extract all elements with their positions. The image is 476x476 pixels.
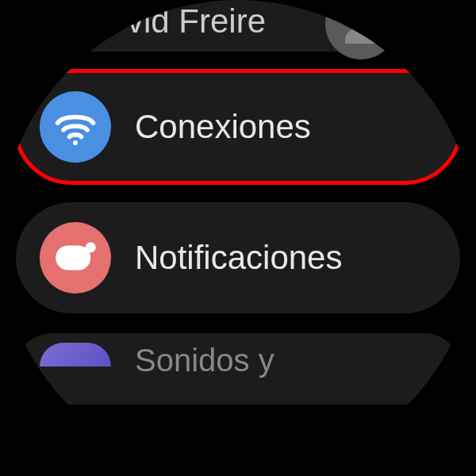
profile-name-label: vid Freire (127, 2, 266, 40)
sound-icon (40, 343, 111, 367)
settings-list: vid Freire Conexiones (0, 0, 476, 424)
list-item-profile[interactable]: vid Freire (16, 0, 460, 52)
wifi-icon (40, 91, 111, 163)
list-item-notifications[interactable]: Notificaciones (16, 202, 460, 313)
list-item-connections[interactable]: Conexiones (16, 71, 460, 182)
notifications-label: Notificaciones (135, 239, 342, 277)
watch-face: vid Freire Conexiones (0, 0, 476, 476)
svg-point-3 (85, 242, 95, 252)
avatar-icon (325, 0, 397, 60)
notification-icon (40, 222, 111, 294)
svg-rect-2 (56, 246, 90, 271)
sounds-label: Sonidos y (135, 343, 274, 378)
connections-label: Conexiones (135, 108, 311, 146)
svg-point-1 (73, 140, 78, 145)
svg-point-0 (353, 8, 369, 24)
list-item-sounds[interactable]: Sonidos y (16, 333, 460, 405)
